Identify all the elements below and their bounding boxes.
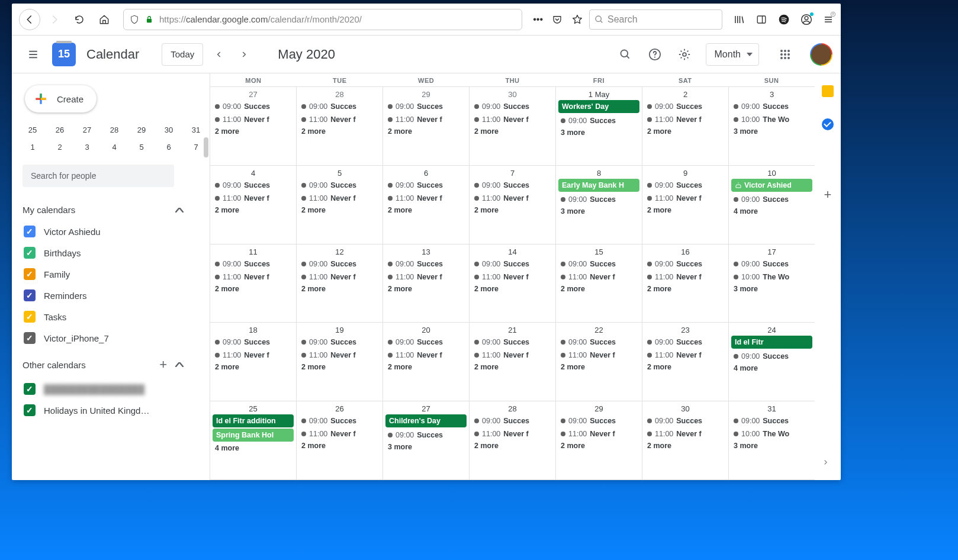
day-number[interactable]: 18 [213,324,294,336]
event[interactable]: 09:00Succes [645,258,726,271]
add-calendar-button[interactable]: + [159,357,167,372]
pocket-icon[interactable] [551,14,563,25]
more-icon[interactable]: ••• [533,14,543,25]
mini-date[interactable]: 31 [189,125,202,134]
day-cell[interactable]: 1 MayWorkers' Day09:00Succes3 more [556,87,642,165]
event[interactable]: 11:00Never f [213,349,294,362]
more-events[interactable]: 2 more [645,362,726,372]
mini-date[interactable]: 6 [162,143,175,152]
event[interactable]: 09:00Succes [299,100,380,113]
event[interactable]: 10:00The Wo [731,271,812,284]
account-icon[interactable] [801,14,812,25]
event[interactable]: 09:00Succes [472,336,553,349]
spotify-icon[interactable] [778,14,790,25]
calendar-item[interactable]: ✓Family [20,263,210,285]
more-events[interactable]: 2 more [645,126,726,137]
more-events[interactable]: 2 more [558,440,639,451]
address-bar[interactable]: https://calendar.google.com/calendar/r/m… [123,9,522,30]
day-cell[interactable]: 1109:00Succes11:00Never f2 more [210,244,297,323]
more-events[interactable]: 3 more [558,127,639,138]
day-number[interactable]: 22 [558,324,639,336]
day-number[interactable]: 1 May [558,88,639,100]
day-number[interactable]: 6 [385,167,467,179]
event[interactable]: 09:00Succes [385,179,467,192]
day-cell[interactable]: 10Victor Ashied09:00Succes4 more [729,166,815,244]
more-events[interactable]: 2 more [472,362,553,372]
all-day-event[interactable]: Children's Day [385,414,467,427]
more-events[interactable]: 3 more [385,442,467,452]
event[interactable]: 09:00Succes [558,258,639,271]
mini-date[interactable]: 4 [108,143,121,152]
day-cell[interactable]: 309:00Succes10:00The Wo3 more [729,87,815,165]
event[interactable]: 11:00Never f [299,271,380,284]
tasks-icon[interactable] [822,118,834,130]
day-number[interactable]: 8 [558,167,639,179]
calendar-item[interactable]: ✓Victor_iPhone_7 [20,327,210,349]
all-day-event[interactable]: Workers' Day [558,100,639,113]
day-cell[interactable]: 1409:00Succes11:00Never f2 more [470,244,556,323]
more-events[interactable]: 2 more [558,362,639,372]
day-number[interactable]: 15 [558,246,639,258]
day-number[interactable]: 23 [645,324,726,336]
event[interactable]: 11:00Never f [385,113,467,126]
day-number[interactable]: 26 [299,403,380,414]
day-cell[interactable]: 2809:00Succes11:00Never f2 more [297,87,383,165]
more-events[interactable]: 2 more [472,284,553,294]
day-cell[interactable]: 24Id el Fitr09:00Succes4 more [729,323,815,401]
view-selector[interactable]: Month [706,43,759,66]
event[interactable]: 11:00Never f [472,271,553,284]
more-events[interactable]: 3 more [558,206,639,217]
day-cell[interactable]: 2609:00Succes11:00Never f2 more [297,401,383,479]
create-button[interactable]: Create [25,85,97,112]
google-apps-button[interactable] [773,43,797,66]
event[interactable]: 11:00Never f [645,192,726,205]
help-button[interactable] [643,43,667,66]
event[interactable]: 09:00Succes [472,100,553,113]
mini-date[interactable]: 3 [81,143,94,152]
day-number[interactable]: 28 [299,88,380,100]
event[interactable]: 11:00Never f [213,271,294,284]
more-events[interactable]: 2 more [385,284,467,294]
day-cell[interactable]: 909:00Succes11:00Never f2 more [642,166,729,244]
mini-date[interactable]: 27 [81,125,94,134]
event[interactable]: 09:00Succes [299,179,380,192]
day-cell[interactable]: 409:00Succes11:00Never f2 more [210,166,297,244]
day-number[interactable]: 30 [472,88,553,100]
more-events[interactable]: 2 more [558,284,639,294]
day-cell[interactable]: 1809:00Succes11:00Never f2 more [210,323,297,401]
search-button[interactable] [613,43,637,66]
day-cell[interactable]: 1509:00Succes11:00Never f2 more [556,244,642,323]
day-cell[interactable]: 709:00Succes11:00Never f2 more [470,166,556,244]
event[interactable]: 09:00Succes [213,179,294,192]
day-number[interactable]: 12 [299,246,380,258]
avatar[interactable] [810,43,832,66]
day-cell[interactable]: 1209:00Succes11:00Never f2 more [297,244,383,323]
all-day-event[interactable]: Spring Bank Hol [213,429,294,442]
day-cell[interactable]: 2909:00Succes11:00Never f2 more [556,401,642,479]
day-number[interactable]: 10 [731,167,812,179]
event[interactable]: 10:00The Wo [731,113,812,126]
more-events[interactable]: 2 more [213,126,294,137]
all-day-event[interactable]: Early May Bank H [558,179,639,192]
day-number[interactable]: 29 [385,88,467,100]
event[interactable]: 09:00Succes [213,258,294,271]
more-events[interactable]: 2 more [385,126,467,137]
sidebar-scrollbar[interactable] [204,137,208,480]
day-cell[interactable]: 2909:00Succes11:00Never f2 more [383,87,470,165]
more-events[interactable]: 2 more [213,205,294,215]
more-events[interactable]: 2 more [213,362,294,372]
home-button[interactable] [94,9,115,30]
my-calendars-header[interactable]: My calendars [20,200,186,217]
day-cell[interactable]: 3009:00Succes11:00Never f2 more [470,87,556,165]
event[interactable]: 11:00Never f [558,427,639,440]
other-calendars-header[interactable]: Other calendars + [20,352,186,375]
event[interactable]: 09:00Succes [385,100,467,113]
calendar-item[interactable]: ✓████████████████ [20,378,210,400]
calendar-item[interactable]: ✓Birthdays [20,242,210,263]
mini-date[interactable]: 29 [135,125,148,134]
more-events[interactable]: 2 more [299,205,380,215]
all-day-event[interactable]: Id el Fitr addition [213,414,294,427]
more-events[interactable]: 2 more [645,284,726,294]
day-cell[interactable]: 2309:00Succes11:00Never f2 more [642,323,729,401]
day-cell[interactable]: 1909:00Succes11:00Never f2 more [297,323,383,401]
